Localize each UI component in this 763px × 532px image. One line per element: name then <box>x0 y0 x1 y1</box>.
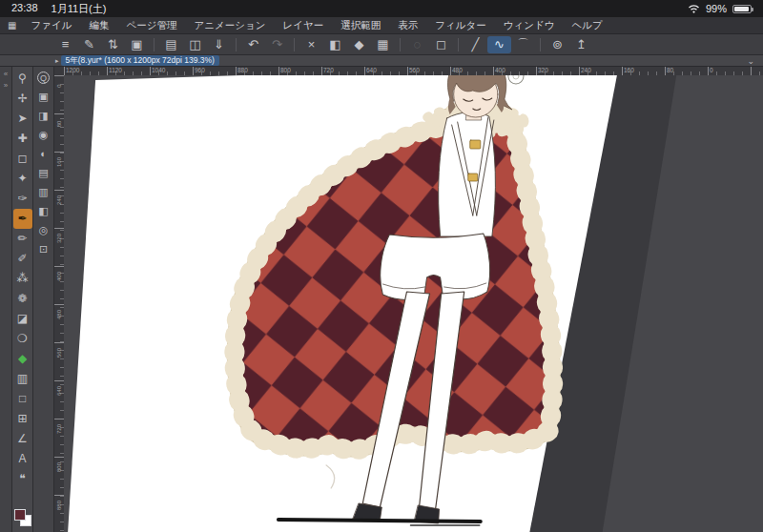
v-ruler-label-10: 800 <box>56 458 62 477</box>
menu-item-1[interactable]: 編集 <box>80 19 117 32</box>
save-file-button[interactable]: ⇓ <box>207 36 231 53</box>
status-bar: 23:38 1月11日(土) 99% <box>0 0 763 17</box>
panel-collapse-icon[interactable]: « <box>4 70 8 78</box>
toolbar-separator <box>540 38 541 51</box>
color-wheel-palette[interactable]: ◐ <box>35 146 52 162</box>
eraser-tool[interactable]: ◪ <box>13 309 32 329</box>
gradient-tool[interactable]: ▥ <box>13 369 32 389</box>
tool-property-button[interactable]: ▣ <box>125 36 149 53</box>
tab-arrow-icon: ▸ <box>55 57 59 65</box>
torso <box>439 113 496 236</box>
h-ruler-label-5: 800 <box>280 67 291 73</box>
color-set-palette[interactable]: ▤ <box>35 165 52 181</box>
snap-line-button[interactable]: ╱ <box>464 36 487 53</box>
color-slider-palette[interactable]: ▥ <box>35 184 52 200</box>
h-ruler-label-9: 480 <box>452 67 463 73</box>
brush-tool[interactable]: ✐ <box>13 249 32 269</box>
menu-item-4[interactable]: レイヤー <box>274 19 332 32</box>
new-canvas-button[interactable]: ▤ <box>159 36 183 53</box>
hand-tool[interactable]: ✢ <box>13 89 32 109</box>
menu-item-3[interactable]: アニメーション <box>185 19 274 32</box>
h-ruler-label-0: 1200 <box>66 67 79 73</box>
app-grid-icon[interactable]: ▦ <box>8 20 16 31</box>
bucket-button[interactable]: ◆ <box>347 36 371 53</box>
auto-select-tool[interactable]: ✦ <box>13 169 32 189</box>
v-ruler-label-2: 160 <box>56 153 62 172</box>
h-ruler-label-10: 400 <box>495 67 505 73</box>
canvas-viewport[interactable] <box>64 75 763 532</box>
swap-tool-button[interactable]: ⇅ <box>101 36 125 53</box>
ruler-tool[interactable]: ∠ <box>13 429 32 449</box>
h-ruler-label-1: 1120 <box>109 67 122 73</box>
fill-tool[interactable]: ◆ <box>13 349 32 369</box>
undo-button[interactable]: ↶ <box>241 36 265 53</box>
airbrush-tool[interactable]: ⁂ <box>13 269 32 289</box>
h-ruler-label-15: 0 <box>710 67 713 73</box>
clear-button[interactable]: × <box>299 36 323 53</box>
menu-item-2[interactable]: ページ管理 <box>117 19 185 32</box>
v-ruler-label-11: 880 <box>56 496 62 515</box>
main-menu-button[interactable]: ≡ <box>53 36 77 53</box>
select-area-button[interactable]: ◻ <box>429 36 453 53</box>
move-layer-tool[interactable]: ✚ <box>13 129 32 149</box>
layer-palette[interactable]: ◧ <box>35 203 52 219</box>
toolbar-separator <box>400 38 401 51</box>
h-ruler-label-8: 560 <box>409 67 420 73</box>
v-ruler-label-1: 80 <box>56 114 62 133</box>
pen-eraser-switch-button[interactable]: ✎ <box>77 36 101 53</box>
h-ruler-label-14: 80 <box>667 67 673 73</box>
command-bar: ≡✎⇅▣▤◫⇓↶↷×◧◆▦◌◻╱∿⌒⊚↥ <box>0 34 763 55</box>
snap-curve-button[interactable]: ∿ <box>487 36 511 53</box>
navigator-palette[interactable]: ◎ <box>35 222 52 238</box>
sub-view-palette[interactable]: ⊡ <box>35 241 52 257</box>
panel-expand-icon[interactable]: » <box>4 81 8 90</box>
menu-item-5[interactable]: 選択範囲 <box>332 19 389 32</box>
grid-button[interactable]: ▦ <box>371 36 395 53</box>
toolbar-separator <box>154 38 155 51</box>
selection-tool[interactable]: ◻ <box>13 149 32 169</box>
deselect-button[interactable]: ◌ <box>405 36 429 53</box>
menu-item-8[interactable]: ウィンドウ <box>495 19 564 32</box>
document-tab[interactable]: 5年(8.yur* (1600 x 1200px 72dpi 139.3%) <box>61 55 219 66</box>
share-button[interactable]: ↥ <box>569 36 593 53</box>
toolbar-separator <box>236 38 237 51</box>
blend-tool[interactable]: ❍ <box>13 329 32 349</box>
pencil-tool[interactable]: ✏ <box>13 229 32 249</box>
workspace: « » ⚲✢➤✚◻✦✑✒✏✐⁂❁◪❍◆▥□⊞∠A❝ Q▣◨◉◐▤▥◧◎⊡ 120… <box>0 67 763 532</box>
sub-tool-palette[interactable]: ▣ <box>35 89 52 105</box>
wifi-icon <box>688 4 700 13</box>
balloon-tool[interactable]: ❝ <box>13 469 32 489</box>
eyedropper-tool[interactable]: ✑ <box>13 189 32 209</box>
menu-item-0[interactable]: ファイル <box>22 19 80 32</box>
snap-figure-button[interactable]: ⌒ <box>511 36 535 53</box>
decoration-tool[interactable]: ❁ <box>13 289 32 309</box>
text-tool[interactable]: A <box>13 449 32 469</box>
menu-item-9[interactable]: ヘルプ <box>563 19 610 32</box>
menu-item-7[interactable]: フィルター <box>426 19 494 32</box>
object-tool[interactable]: ➤ <box>13 109 32 129</box>
tool-property-palette[interactable]: ◨ <box>35 108 52 124</box>
menu-item-6[interactable]: 表示 <box>389 19 426 32</box>
fill-button[interactable]: ◧ <box>323 36 347 53</box>
vertical-ruler: 080160240320400480560640720800880 <box>54 75 64 532</box>
brush-size-palette[interactable]: ◉ <box>35 127 52 143</box>
pen-tool[interactable]: ✒ <box>13 209 32 229</box>
h-ruler-label-4: 880 <box>237 67 248 73</box>
redo-button[interactable]: ↷ <box>265 36 289 53</box>
figure-tool[interactable]: □ <box>13 389 32 409</box>
h-ruler-label-13: 160 <box>624 67 634 73</box>
open-file-button[interactable]: ◫ <box>183 36 207 53</box>
collapse-chevron-icon[interactable]: ⌄ <box>747 56 754 66</box>
v-ruler-label-4: 320 <box>56 229 62 248</box>
menu-bar-items: ファイル編集ページ管理アニメーションレイヤー選択範囲表示フィルターウィンドウヘル… <box>22 19 610 32</box>
frame-border-tool[interactable]: ⊞ <box>13 409 32 429</box>
h-ruler-label-2: 1040 <box>152 67 165 73</box>
quick-access-palette[interactable]: Q <box>37 72 50 84</box>
h-ruler-label-6: 720 <box>323 67 334 73</box>
stabilizer-button[interactable]: ⊚ <box>546 36 569 53</box>
color-swatches[interactable] <box>14 509 31 526</box>
toolbar-separator <box>458 38 459 51</box>
foreground-color-swatch[interactable] <box>14 509 26 521</box>
zoom-tool[interactable]: ⚲ <box>13 69 32 89</box>
document-tab-row: ▸ 5年(8.yur* (1600 x 1200px 72dpi 139.3%)… <box>0 55 763 67</box>
